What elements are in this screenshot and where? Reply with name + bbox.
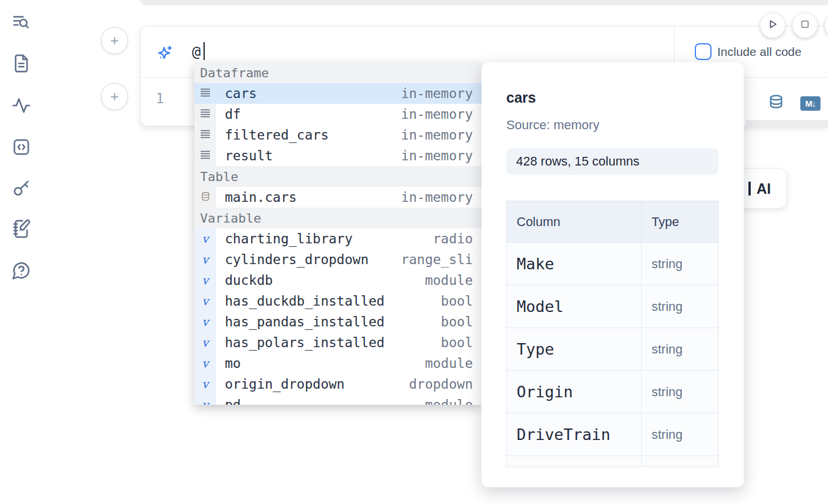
autocomplete-item-duckdb[interactable]: vduckdbmodule (194, 270, 481, 291)
list-search-icon[interactable] (12, 13, 31, 32)
table-row: DriveTrainstring (507, 413, 718, 456)
completion-type: in-memory (401, 190, 481, 205)
completion-name: origin_dropdown (225, 377, 345, 392)
ai-button-label: AI (757, 180, 771, 197)
variable-icon: v (194, 311, 216, 332)
autocomplete-item-filtered_cars[interactable]: filtered_carsin-memory (194, 125, 481, 145)
help-chat-icon[interactable] (12, 261, 31, 280)
table-row: Modelstring (507, 285, 718, 328)
variable-icon: v (194, 249, 216, 270)
completion-name: charting_library (225, 231, 353, 246)
file-text-icon[interactable] (12, 54, 31, 73)
dataframe-icon (194, 125, 216, 145)
stop-button[interactable] (792, 13, 818, 38)
notebook-pen-icon[interactable] (12, 219, 31, 239)
table-row: Originstring (507, 371, 718, 413)
completion-name: duckdb (225, 273, 273, 288)
completion-type: range_sli (401, 252, 481, 267)
variable-icon: v (194, 394, 216, 405)
cell-output-strip (746, 120, 828, 127)
autocomplete-dropdown: Dataframecarsin-memorydfin-memoryfiltere… (194, 62, 481, 405)
add-cell-button-bottom[interactable]: + (101, 83, 128, 110)
stop-icon (799, 18, 811, 33)
column-name: Model (517, 298, 563, 315)
run-cell-button[interactable] (760, 13, 785, 38)
completion-name: df (225, 107, 241, 122)
completion-type: dropdown (409, 377, 481, 392)
completion-name: cars (225, 86, 257, 101)
column-type: string (652, 427, 683, 442)
database-icon[interactable] (768, 94, 784, 112)
autocomplete-section-header: Variable (194, 208, 481, 228)
completion-name: main.cars (225, 190, 297, 205)
autocomplete-item-df[interactable]: dfin-memory (194, 104, 481, 125)
completion-name: filtered_cars (225, 127, 329, 142)
autocomplete-item-has_pandas_installed[interactable]: vhas_pandas_installedbool (194, 311, 481, 332)
completion-type: module (425, 356, 481, 371)
column-type: string (652, 257, 683, 272)
autocomplete-item-charting_library[interactable]: vcharting_libraryradio (194, 228, 481, 249)
completion-type: bool (441, 335, 481, 350)
autocomplete-item-cars[interactable]: carsin-memory (194, 83, 481, 104)
preview-source: Source: memory (506, 118, 599, 133)
add-cell-button-top[interactable]: + (101, 27, 128, 54)
completion-name: cylinders_dropdown (225, 252, 368, 267)
include-all-code-label: Include all code (717, 45, 801, 59)
completion-name: has_pandas_installed (225, 314, 385, 329)
autocomplete-item-result[interactable]: resultin-memory (194, 145, 481, 166)
autocomplete-item-has_polars_installed[interactable]: vhas_polars_installedbool (194, 332, 481, 353)
autocomplete-item-main.cars[interactable]: main.carsin-memory (194, 187, 481, 208)
table-row (507, 456, 718, 467)
dataframe-preview-panel: cars Source: memory 428 rows, 15 columns… (481, 62, 744, 487)
column-name: Origin (517, 383, 573, 401)
completion-name: has_polars_installed (225, 335, 385, 350)
table-row: Makestring (507, 243, 718, 285)
completion-name: pd (225, 397, 241, 405)
clipped-text (748, 182, 751, 195)
column-name: Make (517, 255, 554, 273)
activity-icon[interactable] (12, 96, 31, 115)
autocomplete-section-header: Dataframe (194, 62, 481, 83)
autocomplete-item-mo[interactable]: vmomodule (194, 353, 481, 374)
completion-name: has_duckdb_installed (225, 294, 385, 309)
column-type: string (652, 299, 683, 314)
previous-cell-bottom-edge (140, 0, 828, 5)
completion-type: bool (441, 294, 481, 309)
sparkles-icon (156, 44, 174, 62)
text-cursor (204, 42, 205, 60)
column-name: DriveTrain (517, 426, 611, 443)
variable-icon: v (194, 332, 216, 353)
completion-type: radio (433, 231, 481, 246)
schema-table-header: Type (642, 201, 718, 242)
variable-icon: v (194, 228, 216, 249)
variable-icon: v (194, 291, 216, 311)
completion-type: in-memory (401, 148, 481, 163)
markdown-icon[interactable]: M↓ (800, 96, 821, 111)
autocomplete-item-pd[interactable]: vpdmodule (194, 394, 481, 405)
key-icon[interactable] (12, 178, 31, 198)
autocomplete-item-origin_dropdown[interactable]: vorigin_dropdowndropdown (194, 374, 481, 394)
autocomplete-section-header: Table (194, 166, 481, 187)
autocomplete-item-cylinders_dropdown[interactable]: vcylinders_dropdownrange_sli (194, 249, 481, 270)
completion-type: module (425, 397, 481, 405)
completion-type: in-memory (401, 127, 481, 142)
dataframe-icon (194, 104, 216, 125)
variable-icon: v (194, 270, 216, 291)
column-type: string (652, 342, 683, 357)
variable-icon: v (194, 353, 216, 374)
play-icon (766, 18, 779, 33)
include-all-code-checkbox[interactable] (695, 43, 712, 60)
preview-title: cars (506, 89, 536, 106)
code-box-icon[interactable] (12, 137, 31, 157)
completion-type: in-memory (401, 107, 481, 122)
completion-type: in-memory (401, 86, 481, 101)
ai-prompt-input[interactable]: @ (192, 43, 201, 60)
completion-type: bool (441, 314, 481, 329)
dataframe-icon (194, 83, 216, 104)
shape-badge: 428 rows, 15 columns (506, 148, 718, 175)
autocomplete-item-has_duckdb_installed[interactable]: vhas_duckdb_installedbool (194, 291, 481, 311)
column-name: Type (517, 340, 554, 358)
schema-table-header: Column (507, 201, 641, 242)
line-number: 1 (156, 91, 164, 107)
table-icon (194, 187, 216, 208)
